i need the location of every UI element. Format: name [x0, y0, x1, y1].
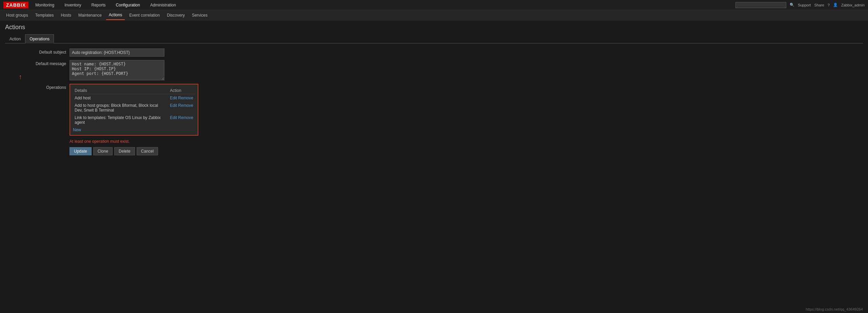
nav-monitoring[interactable]: Monitoring [34, 3, 56, 7]
col-details-header: Details [73, 87, 168, 94]
subnav-hosts[interactable]: Hosts [58, 11, 74, 20]
subnav-templates[interactable]: Templates [33, 11, 57, 20]
subnav-services[interactable]: Services [189, 11, 210, 20]
operation-actions-2: Edit Remove [168, 102, 195, 114]
support-link[interactable]: Support [798, 3, 811, 7]
edit-button-1[interactable]: Edit [170, 96, 177, 100]
default-subject-label: Default subject [25, 48, 70, 55]
page-title: Actions [5, 24, 863, 31]
search-input[interactable] [735, 2, 786, 8]
operation-details-2: Add to host groups: Block Bformat, Block… [73, 102, 168, 114]
subnav-actions[interactable]: Actions [106, 11, 125, 20]
table-row: Link to templates: Template OS Linux by … [73, 114, 195, 126]
subnav-event-correlation[interactable]: Event correlation [126, 11, 162, 20]
edit-button-3[interactable]: Edit [170, 115, 177, 120]
update-button[interactable]: Update [70, 147, 92, 155]
subnav-maintenance[interactable]: Maintenance [76, 11, 104, 20]
nav-items: Monitoring Inventory Reports Configurati… [34, 3, 735, 7]
operations-row: Operations Details Action Add host Edit [25, 84, 863, 136]
default-message-textarea[interactable]: Host name: {HOST.HOST} Host IP: {HOST.IP… [70, 60, 164, 80]
top-nav: ZABBIX Monitoring Inventory Reports Conf… [0, 0, 868, 10]
default-subject-row: Default subject [25, 48, 863, 57]
operation-details-1: Add host [73, 94, 168, 102]
table-row: Add to host groups: Block Bformat, Block… [73, 102, 195, 114]
cancel-button[interactable]: Cancel [137, 147, 158, 155]
tab-action[interactable]: Action [5, 34, 25, 43]
table-row: Add host Edit Remove [73, 94, 195, 102]
share-link[interactable]: Share [814, 3, 824, 7]
page-content: Actions Action Operations ↑ Default subj… [0, 20, 868, 159]
default-subject-input[interactable] [70, 48, 164, 57]
operations-table: Details Action Add host Edit Remove [73, 87, 195, 126]
nav-right: 🔍 Support Share ? 👤 Zabbix_admin [735, 2, 865, 8]
search-icon[interactable]: 🔍 [790, 3, 794, 7]
form-section: Default subject Default message Host nam… [25, 48, 863, 155]
footer-url: https://blog.csdn.net/qq_43649264 [804, 306, 865, 313]
user-icon[interactable]: 👤 [833, 3, 838, 7]
help-icon[interactable]: ? [828, 3, 830, 7]
nav-reports[interactable]: Reports [90, 3, 107, 7]
tabs: Action Operations [5, 34, 863, 43]
operation-details-3: Link to templates: Template OS Linux by … [73, 114, 168, 126]
nav-configuration[interactable]: Configuration [114, 3, 142, 7]
remove-button-3[interactable]: Remove [178, 115, 193, 120]
button-row: Update Clone Delete Cancel [70, 147, 863, 155]
sub-nav: Host groups Templates Hosts Maintenance … [0, 10, 868, 20]
default-message-row: Default message Host name: {HOST.HOST} H… [25, 60, 863, 80]
remove-button-1[interactable]: Remove [178, 96, 193, 100]
operations-box: Details Action Add host Edit Remove [70, 84, 198, 136]
red-arrow-indicator: ↑ [19, 73, 22, 81]
col-action-header: Action [168, 87, 195, 94]
logo: ZABBIX [3, 2, 28, 8]
warning-message: At least one operation must exist. [70, 139, 863, 144]
username: Zabbix_admin [841, 3, 865, 7]
subnav-discovery[interactable]: Discovery [164, 11, 188, 20]
nav-administration[interactable]: Administration [149, 3, 178, 7]
edit-button-2[interactable]: Edit [170, 103, 177, 108]
delete-button[interactable]: Delete [114, 147, 135, 155]
clone-button[interactable]: Clone [93, 147, 113, 155]
operation-actions-3: Edit Remove [168, 114, 195, 126]
subnav-host-groups[interactable]: Host groups [3, 11, 31, 20]
default-message-label: Default message [25, 60, 70, 66]
new-operation-link[interactable]: New [73, 128, 81, 132]
operations-label: Operations [25, 84, 70, 90]
tab-operations[interactable]: Operations [25, 34, 54, 43]
operation-actions-1: Edit Remove [168, 94, 195, 102]
nav-inventory[interactable]: Inventory [63, 3, 83, 7]
remove-button-2[interactable]: Remove [178, 103, 193, 108]
